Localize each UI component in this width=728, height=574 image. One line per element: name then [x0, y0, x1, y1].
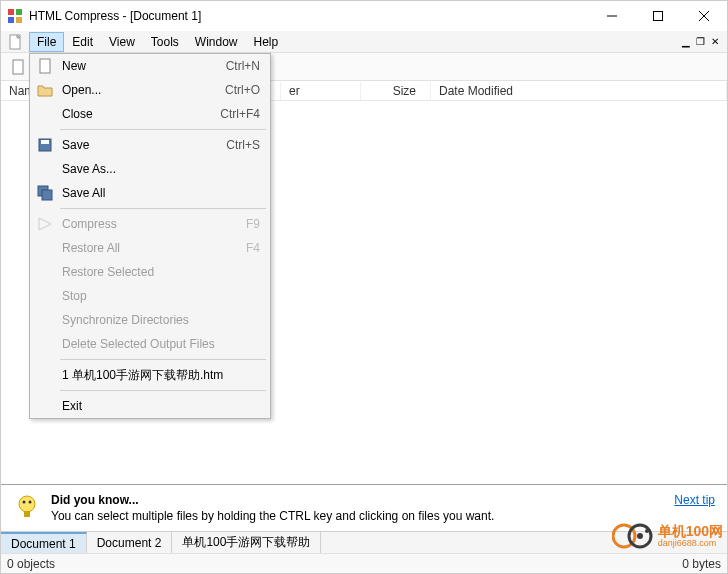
next-tip-link[interactable]: Next tip — [674, 493, 715, 507]
svg-point-16 — [637, 533, 643, 539]
status-objects: 0 objects — [7, 557, 55, 571]
svg-point-12 — [23, 501, 26, 504]
svg-point-13 — [29, 501, 32, 504]
menu-bar: File Edit View Tools Window Help ▁ ❐ ✕ — [1, 31, 727, 53]
compress-icon — [36, 215, 54, 233]
menu-item-new[interactable]: New Ctrl+N — [30, 54, 270, 78]
lightbulb-icon — [13, 493, 41, 521]
menu-view[interactable]: View — [101, 32, 143, 52]
menu-file[interactable]: File — [29, 32, 64, 52]
tab-document-1[interactable]: Document 1 — [1, 532, 87, 554]
svg-rect-5 — [654, 12, 663, 21]
menu-help[interactable]: Help — [246, 32, 287, 52]
title-bar: HTML Compress - [Document 1] — [1, 1, 727, 31]
svg-rect-11 — [24, 511, 30, 517]
column-size[interactable]: Size — [361, 82, 431, 100]
column-date-modified[interactable]: Date Modified — [431, 82, 727, 100]
tip-body: You can select multiple files by holding… — [51, 509, 494, 523]
new-document-icon[interactable] — [7, 34, 23, 50]
menu-item-restore-selected: Restore Selected — [30, 260, 270, 284]
app-icon — [7, 8, 23, 24]
svg-rect-3 — [16, 17, 22, 23]
watermark-brand: 单机100网 — [658, 524, 723, 538]
toolbar-new-icon[interactable] — [7, 56, 29, 78]
mdi-minimize-icon[interactable]: ▁ — [682, 36, 690, 47]
menu-item-close[interactable]: Close Ctrl+F4 — [30, 102, 270, 126]
status-bar: 0 objects 0 bytes — [1, 553, 727, 573]
status-bytes: 0 bytes — [682, 557, 721, 571]
menu-item-sync-directories: Synchronize Directories — [30, 308, 270, 332]
tab-document-2[interactable]: Document 2 — [87, 532, 173, 553]
menu-item-delete-output: Delete Selected Output Files — [30, 332, 270, 356]
tab-document-3[interactable]: 单机100手游网下载帮助 — [172, 532, 321, 553]
close-button[interactable] — [681, 1, 727, 31]
mdi-close-icon[interactable]: ✕ — [711, 36, 719, 47]
svg-rect-18 — [40, 59, 50, 73]
watermark-logo-icon — [612, 521, 654, 551]
save-all-icon — [36, 184, 54, 202]
svg-rect-20 — [41, 140, 49, 144]
watermark: 单机100网 danji6688.com — [612, 521, 723, 551]
svg-rect-0 — [8, 9, 14, 15]
menu-separator — [60, 359, 266, 360]
menu-item-restore-all: Restore All F4 — [30, 236, 270, 260]
column-folder[interactable]: er — [281, 82, 361, 100]
file-menu-dropdown: New Ctrl+N Open... Ctrl+O Close Ctrl+F4 … — [29, 53, 271, 419]
menu-item-save[interactable]: Save Ctrl+S — [30, 133, 270, 157]
svg-point-17 — [645, 529, 649, 533]
menu-item-exit[interactable]: Exit — [30, 394, 270, 418]
menu-tools[interactable]: Tools — [143, 32, 187, 52]
menu-item-stop: Stop — [30, 284, 270, 308]
new-icon — [36, 57, 54, 75]
open-icon — [36, 81, 54, 99]
menu-item-recent-1[interactable]: 1 单机100手游网下载帮助.htm — [30, 363, 270, 387]
svg-rect-22 — [42, 190, 52, 200]
menu-item-compress: Compress F9 — [30, 212, 270, 236]
svg-rect-9 — [13, 60, 23, 74]
menu-item-save-all[interactable]: Save All — [30, 181, 270, 205]
minimize-button[interactable] — [589, 1, 635, 31]
menu-item-open[interactable]: Open... Ctrl+O — [30, 78, 270, 102]
menu-separator — [60, 208, 266, 209]
window-title: HTML Compress - [Document 1] — [29, 9, 589, 23]
menu-window[interactable]: Window — [187, 32, 246, 52]
svg-rect-1 — [16, 9, 22, 15]
menu-edit[interactable]: Edit — [64, 32, 101, 52]
save-icon — [36, 136, 54, 154]
mdi-restore-icon[interactable]: ❐ — [696, 36, 705, 47]
tip-heading: Did you know... — [51, 493, 494, 507]
menu-separator — [60, 390, 266, 391]
menu-item-save-as[interactable]: Save As... — [30, 157, 270, 181]
svg-point-10 — [19, 496, 35, 512]
maximize-button[interactable] — [635, 1, 681, 31]
svg-rect-2 — [8, 17, 14, 23]
menu-separator — [60, 129, 266, 130]
watermark-url: danji6688.com — [658, 538, 723, 548]
